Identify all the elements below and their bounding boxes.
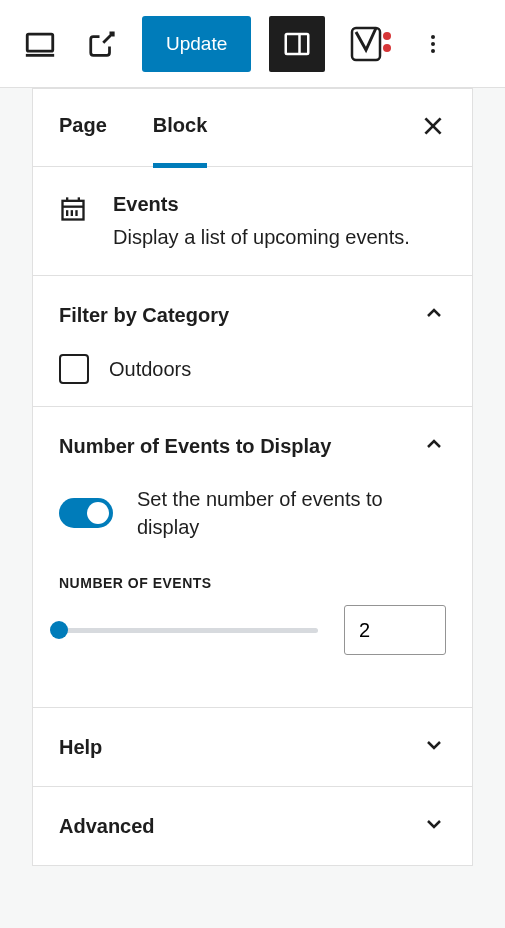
number-events-title: Number of Events to Display <box>59 435 331 458</box>
tab-block[interactable]: Block <box>153 114 207 168</box>
chevron-down-icon <box>422 812 446 840</box>
svg-point-7 <box>431 42 435 46</box>
svg-rect-11 <box>63 201 84 220</box>
preview-device-icon[interactable] <box>18 22 62 66</box>
block-description: Display a list of upcoming events. <box>113 226 410 249</box>
outdoors-label: Outdoors <box>109 358 191 381</box>
help-title: Help <box>59 736 102 759</box>
chevron-up-icon <box>422 432 446 460</box>
close-panel-icon[interactable] <box>420 113 446 143</box>
svg-point-6 <box>431 35 435 39</box>
settings-sidebar-toggle[interactable] <box>269 16 325 72</box>
block-title: Events <box>113 193 410 216</box>
more-options-icon[interactable] <box>411 22 455 66</box>
number-events-header[interactable]: Number of Events to Display <box>59 429 446 463</box>
filter-category-header[interactable]: Filter by Category <box>59 298 446 332</box>
calendar-icon <box>59 195 87 227</box>
update-button[interactable]: Update <box>142 16 251 72</box>
number-events-toggle[interactable] <box>59 498 113 528</box>
advanced-header[interactable]: Advanced <box>59 809 446 843</box>
filter-category-title: Filter by Category <box>59 304 229 327</box>
number-of-events-label: Number of Events <box>59 575 446 591</box>
help-header[interactable]: Help <box>59 730 446 764</box>
svg-rect-0 <box>27 34 53 51</box>
slider-thumb[interactable] <box>50 621 68 639</box>
svg-point-8 <box>431 49 435 53</box>
advanced-title: Advanced <box>59 815 155 838</box>
tab-page[interactable]: Page <box>59 114 107 168</box>
svg-point-4 <box>383 32 391 40</box>
chevron-up-icon <box>422 301 446 329</box>
open-external-icon[interactable] <box>80 22 124 66</box>
number-events-toggle-label: Set the number of events to display <box>137 485 446 541</box>
number-events-slider[interactable] <box>59 620 318 640</box>
chevron-down-icon <box>422 733 446 761</box>
svg-rect-1 <box>286 34 309 54</box>
svg-point-5 <box>383 44 391 52</box>
yoast-icon[interactable] <box>343 16 399 72</box>
outdoors-checkbox[interactable] <box>59 354 89 384</box>
number-events-input[interactable] <box>344 605 446 655</box>
